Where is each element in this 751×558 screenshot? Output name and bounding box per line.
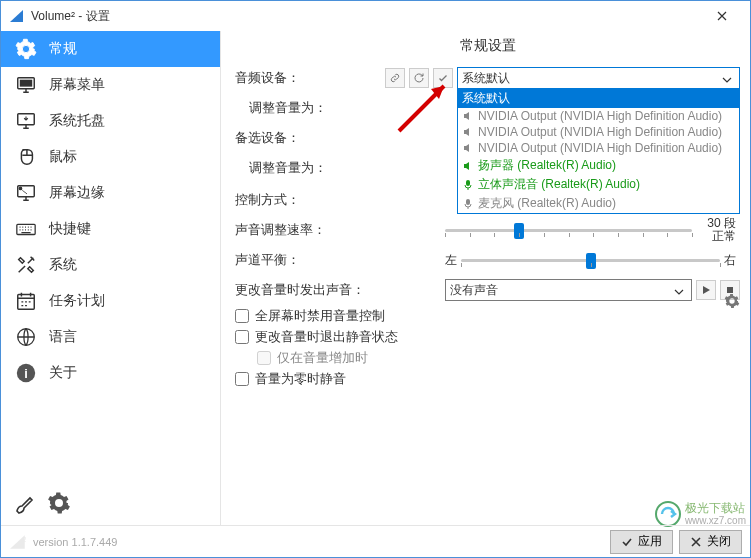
sidebar: 常规 屏幕菜单 系统托盘 鼠标 xyxy=(1,31,221,525)
window-title: Volume² - 设置 xyxy=(31,8,702,25)
check-icon[interactable] xyxy=(433,68,453,88)
x-icon xyxy=(690,536,702,548)
svg-point-5 xyxy=(19,187,21,189)
check-icon xyxy=(621,536,633,548)
dropdown-option[interactable]: 系统默认 xyxy=(458,89,739,108)
audio-device-dropdown: 系统默认 NVIDIA Output (NVIDIA High Definiti… xyxy=(457,88,740,214)
balance-slider[interactable] xyxy=(461,259,720,262)
sidebar-item-language[interactable]: 语言 xyxy=(1,319,220,355)
sidebar-item-hotkeys[interactable]: 快捷键 xyxy=(1,211,220,247)
play-icon[interactable] xyxy=(696,280,716,300)
dropdown-option[interactable]: NVIDIA Output (NVIDIA High Definition Au… xyxy=(458,108,739,124)
sidebar-item-label: 关于 xyxy=(49,364,77,382)
speaker-icon xyxy=(462,110,474,122)
svg-rect-11 xyxy=(466,180,470,186)
audio-device-select[interactable]: 系统默认 系统默认 NVIDIA Output (NVIDIA High Def… xyxy=(457,67,740,89)
apply-button[interactable]: 应用 xyxy=(610,530,673,554)
dropdown-option[interactable]: 麦克风 (Realtek(R) Audio) xyxy=(458,194,739,213)
volume-triangle-icon: 2 xyxy=(9,533,27,551)
dropdown-option[interactable]: 立体声混音 (Realtek(R) Audio) xyxy=(458,175,739,194)
balance-right: 右 xyxy=(724,252,736,269)
monitor-icon xyxy=(13,74,39,96)
checkbox-only-increase[interactable]: 仅在音量增加时 xyxy=(257,349,740,367)
sidebar-item-label: 屏幕菜单 xyxy=(49,76,105,94)
gear-small-icon[interactable] xyxy=(47,491,71,515)
content-title: 常规设置 xyxy=(235,37,740,55)
dropdown-option[interactable]: NVIDIA Output (NVIDIA High Definition Au… xyxy=(458,124,739,140)
label-audio-device: 音频设备： xyxy=(235,69,385,87)
label-adjust-volume: 调整音量为： xyxy=(235,99,385,117)
gear-icon xyxy=(13,38,39,60)
close-button[interactable] xyxy=(702,1,742,31)
sidebar-item-edges[interactable]: 屏幕边缘 xyxy=(1,175,220,211)
mic-icon xyxy=(462,179,474,191)
sound-select[interactable]: 没有声音 xyxy=(445,279,692,301)
dropdown-option[interactable]: NVIDIA Output (NVIDIA High Definition Au… xyxy=(458,140,739,156)
speed-normal: 正常 xyxy=(696,230,736,243)
globe-icon xyxy=(13,326,39,348)
label-change-sound: 更改音量时发出声音： xyxy=(235,281,405,299)
speaker-icon xyxy=(462,142,474,154)
tray-icon xyxy=(13,110,39,132)
footer: 2 version 1.1.7.449 应用 关闭 xyxy=(1,525,750,557)
sidebar-item-osd[interactable]: 屏幕菜单 xyxy=(1,67,220,103)
speaker-icon xyxy=(462,126,474,138)
app-icon xyxy=(9,8,25,24)
sidebar-item-schedule[interactable]: 任务计划 xyxy=(1,283,220,319)
checkbox-fullscreen[interactable]: 全屏幕时禁用音量控制 xyxy=(235,307,740,325)
checkbox-exit-mute[interactable]: 更改音量时退出静音状态 xyxy=(235,328,740,346)
refresh-icon[interactable] xyxy=(409,68,429,88)
link-icon[interactable] xyxy=(385,68,405,88)
label-backup-device: 备选设备： xyxy=(235,129,385,147)
sidebar-item-general[interactable]: 常规 xyxy=(1,31,220,67)
mouse-icon xyxy=(13,146,39,168)
sidebar-item-label: 鼠标 xyxy=(49,148,77,166)
sidebar-item-label: 常规 xyxy=(49,40,77,58)
svg-marker-0 xyxy=(10,10,23,22)
speaker-icon xyxy=(462,160,474,172)
keyboard-icon xyxy=(13,218,39,240)
label-balance: 声道平衡： xyxy=(235,251,385,269)
chevron-down-icon xyxy=(671,283,687,298)
screen-edge-icon xyxy=(13,182,39,204)
chevron-down-icon xyxy=(719,71,735,86)
calendar-icon xyxy=(13,290,39,312)
titlebar: Volume² - 设置 xyxy=(1,1,750,31)
sidebar-item-label: 系统托盘 xyxy=(49,112,105,130)
version-text: version 1.1.7.449 xyxy=(33,536,604,548)
sidebar-item-tray[interactable]: 系统托盘 xyxy=(1,103,220,139)
sidebar-item-label: 系统 xyxy=(49,256,77,274)
settings-gear-icon[interactable] xyxy=(724,293,740,309)
dropdown-option[interactable]: 扬声器 (Realtek(R) Audio) xyxy=(458,156,739,175)
label-adjust-volume2: 调整音量为： xyxy=(235,159,385,177)
mic-icon xyxy=(462,198,474,210)
sound-selected: 没有声音 xyxy=(450,282,671,299)
sidebar-item-mouse[interactable]: 鼠标 xyxy=(1,139,220,175)
sidebar-item-label: 屏幕边缘 xyxy=(49,184,105,202)
sidebar-footer xyxy=(1,483,220,525)
sidebar-item-about[interactable]: i 关于 xyxy=(1,355,220,391)
label-control-method: 控制方式： xyxy=(235,191,385,209)
content-panel: 常规设置 音频设备： 系统默认 系统默认 NVIDIA Output xyxy=(221,31,750,525)
tools-icon xyxy=(13,254,39,276)
sidebar-item-label: 语言 xyxy=(49,328,77,346)
speed-slider[interactable] xyxy=(445,229,692,232)
svg-rect-12 xyxy=(466,199,470,205)
sidebar-item-system[interactable]: 系统 xyxy=(1,247,220,283)
info-icon: i xyxy=(13,362,39,384)
svg-text:2: 2 xyxy=(23,536,27,543)
svg-rect-2 xyxy=(21,80,32,86)
audio-device-selected: 系统默认 xyxy=(462,70,719,87)
close-footer-button[interactable]: 关闭 xyxy=(679,530,742,554)
label-volume-speed: 声音调整速率： xyxy=(235,221,385,239)
brush-icon[interactable] xyxy=(13,491,37,515)
svg-text:i: i xyxy=(24,366,28,381)
balance-left: 左 xyxy=(445,252,457,269)
sidebar-item-label: 任务计划 xyxy=(49,292,105,310)
sidebar-item-label: 快捷键 xyxy=(49,220,91,238)
checkbox-zero-mute[interactable]: 音量为零时静音 xyxy=(235,370,740,388)
